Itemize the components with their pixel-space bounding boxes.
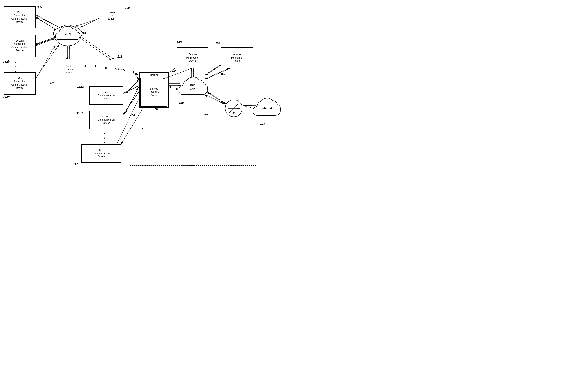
ref-124: 124 — [81, 31, 86, 35]
lan-cloud: LAN — [52, 20, 83, 47]
service-mod-box: Service Modification Agent — [177, 47, 208, 69]
ref-108: 108 — [260, 122, 265, 125]
gateway-box: Gateway — [108, 59, 132, 80]
ref-112n: 112n — [73, 163, 80, 166]
internet-label: Internet — [262, 107, 272, 110]
backbone-router — [222, 99, 245, 118]
ref-150-right: 150 — [203, 114, 208, 117]
svg-line-48 — [36, 45, 55, 79]
ref-128: 128 — [125, 6, 130, 9]
router-agent-box: Router ServiceReportingAgent — [139, 72, 169, 108]
svg-line-47 — [35, 38, 55, 45]
first-subscriber-box: First Subscriber Communication Device — [4, 6, 36, 28]
svg-line-49 — [80, 18, 99, 27]
first-comm-box: First Communication Device — [89, 86, 123, 105]
nth-comm-label: Nth Communication Device — [93, 149, 110, 158]
first-comm-label: First Communication Device — [98, 91, 115, 100]
ref-112b: 112b — [77, 111, 83, 115]
second-comm-box: Second Communication Device — [89, 111, 123, 129]
svg-line-7 — [36, 45, 59, 78]
ref-132a: 132a — [36, 6, 43, 9]
network-mon-label: Network Monitoring Agent — [231, 53, 243, 63]
second-subscriber-label: Second Subscriber Communication Device — [11, 39, 28, 52]
svg-line-54 — [81, 39, 111, 60]
voice-mail-label: Voice Mail Server — [108, 11, 115, 21]
gateway-label: Gateway — [115, 68, 125, 71]
switch-server-label: Switch and/or Server — [66, 65, 73, 74]
ref-158: 158 — [179, 101, 184, 104]
network-diagram: 100 104 First Subscriber Communication D… — [0, 0, 285, 193]
ref-100: 100 — [177, 41, 181, 44]
ref-132m: 132m — [3, 95, 10, 98]
router-label: Router — [150, 73, 158, 77]
ref-162: 162 — [220, 72, 225, 75]
ref-112a: 112a — [77, 85, 84, 88]
second-subscriber-box: Second Subscriber Communication Device — [4, 35, 36, 57]
ref-116: 116 — [118, 55, 122, 58]
first-subscriber-label: First Subscriber Communication Device — [11, 11, 28, 24]
ref-166: 166 — [154, 107, 159, 111]
mth-subscriber-label: Mth Subscriber Communication Device — [11, 77, 28, 90]
service-mod-label: Service Modification Agent — [186, 53, 199, 63]
isp-lan-label: ISP LAN — [190, 83, 196, 91]
ref-104: 104 — [216, 42, 220, 45]
ref-154: 154 — [172, 69, 176, 72]
svg-line-14 — [79, 36, 115, 60]
ref-150-left: 150 — [130, 114, 135, 117]
switch-server-box: Switch and/or Server — [56, 59, 83, 80]
lan-label: LAN — [65, 32, 71, 35]
isp-lan-cloud: ISP LAN — [176, 72, 209, 102]
ref-132b: 132b — [3, 60, 10, 63]
ref-120: 120 — [50, 81, 54, 85]
comm-dots: ••• — [104, 131, 105, 145]
mth-subscriber-box: Mth Subscriber Communication Device — [4, 72, 36, 95]
nth-comm-box: Nth Communication Device — [81, 144, 121, 163]
internet-cloud: Internet — [251, 95, 283, 121]
second-comm-label: Second Communication Device — [98, 115, 115, 125]
service-reporting-label: ServiceReportingAgent — [141, 78, 168, 106]
subscriber-dots: ••• — [15, 60, 17, 74]
network-mon-box: Network Monitoring Agent — [220, 47, 253, 69]
voice-mail-box: Voice Mail Server — [99, 6, 124, 26]
